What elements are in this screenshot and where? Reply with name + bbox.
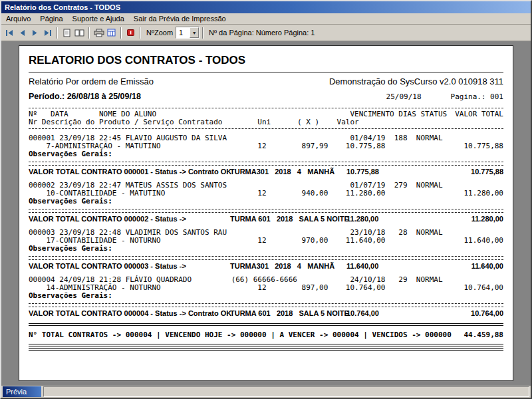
col-days: DIAS <box>398 110 416 118</box>
contract-total-right: 11.640,00 <box>471 262 503 271</box>
contract-total-row: VALOR TOTAL CONTRATO 000004 - Status -> … <box>29 309 503 318</box>
zoom-select[interactable]: 1 ▼ <box>176 27 200 39</box>
zoom-label: NºZoom <box>146 29 173 37</box>
installment-value: 10.764,00 <box>346 284 386 292</box>
page-info-label: Nº da Página: Número Página: 1 <box>209 29 315 37</box>
window-title: Relatório dos Contratos - TODOS <box>5 3 120 11</box>
summary-row: N° TOTAL CONTRATOS -> 000004 | VENCENDO … <box>29 331 503 339</box>
row-total: 11.640,00 <box>464 237 503 245</box>
period-label: Período.: 26/08/18 à 25/09/18 <box>29 92 141 101</box>
report-title: RELATORIO DOS CONTRATOS - TODOS <box>29 54 503 67</box>
col-nr: Nr <box>29 118 37 126</box>
print-button[interactable] <box>92 26 105 39</box>
dashed-divider <box>29 128 503 129</box>
single-page-button[interactable] <box>61 26 73 39</box>
observations-row: Observações Gerais: <box>29 150 503 158</box>
observations-row: Observações Gerais: <box>29 292 503 300</box>
contract-total-value: 11.640,00 <box>346 262 378 271</box>
dashed-divider <box>29 256 503 260</box>
order-label: Relatório Por ordem de Emissão <box>29 76 154 86</box>
first-page-icon <box>5 29 14 37</box>
report-page-number: Pagina.: 001 <box>451 92 503 101</box>
dashed-divider <box>29 209 503 213</box>
printer-icon <box>94 29 104 37</box>
valor-value: 970,00 <box>302 237 329 245</box>
menu-item-pagina[interactable]: Página <box>35 14 67 23</box>
class-info: TURMA 601 2018 SALA 5 NOITE <box>230 309 349 318</box>
two-pages-button[interactable] <box>73 26 86 39</box>
close-preview-button[interactable] <box>124 26 137 39</box>
contract-total-right: 11.280,00 <box>471 215 503 223</box>
toolbar-separator <box>140 27 141 39</box>
first-page-button[interactable] <box>3 26 16 39</box>
zoom-value: 1 <box>176 27 190 38</box>
close-preview-icon <box>126 29 135 37</box>
col-uni: Uni <box>257 118 271 126</box>
toolbar-separator <box>88 27 90 39</box>
row-total: 10.764,00 <box>464 284 503 292</box>
menu-item-arquivo[interactable]: Arquivo <box>1 14 35 23</box>
contract-total-row: VALOR TOTAL CONTRATO 000002 - Status -> … <box>29 215 503 223</box>
grid-icon <box>107 29 116 37</box>
contract-block: 000002 23/09/18 22:47 MATEUS ASSIS DOS S… <box>29 182 503 223</box>
preview-viewport[interactable]: RELATORIO DOS CONTRATOS - TODOS Relatóri… <box>1 41 531 386</box>
col-desc: Descrição do Produto / Serviço Contratad… <box>42 118 223 126</box>
chevron-down-icon[interactable]: ▼ <box>190 27 199 38</box>
toolbar-separator <box>120 27 122 39</box>
menu-item-sair-previa[interactable]: Sair da Prévia de Impressão <box>129 14 231 23</box>
horizontal-rule <box>29 72 503 72</box>
contract-block: 000004 24/09/18 21:28 FLÁVIO QUADRADO (6… <box>29 276 503 318</box>
status-value: NORMAL <box>416 182 443 190</box>
observations-label: Observações Gerais: <box>29 150 112 158</box>
contract-total-right: 10.764,00 <box>471 309 503 318</box>
observations-label: Observações Gerais: <box>29 292 112 300</box>
status-panel <box>43 386 529 397</box>
contract-block: 000001 23/09/18 22:45 FLAVIO AUGUSTO DA … <box>29 134 503 176</box>
summary-label: N° TOTAL CONTRATOS -> 000004 | VENCENDO … <box>29 331 452 339</box>
last-page-button[interactable] <box>41 26 54 39</box>
dashed-divider <box>29 303 503 307</box>
menu-item-suporte[interactable]: Suporte e Ajuda <box>68 14 129 23</box>
status-value: NORMAL <box>416 229 443 237</box>
menu-bar: Arquivo Página Suporte e Ajuda Sair da P… <box>1 13 531 25</box>
days-value: 279 <box>394 182 408 190</box>
class-info: TURMA 601 2018 SALA 5 NOITE <box>230 215 349 223</box>
col-x: ( X ) <box>297 118 319 126</box>
observations-row: Observações Gerais: <box>29 245 503 253</box>
contract-total-label: VALOR TOTAL CONTRATO 000001 - Status -> … <box>29 168 231 176</box>
installment-value: 11.280,00 <box>346 190 386 198</box>
row-total: 11.280,00 <box>464 190 503 198</box>
contract-total-label: VALOR TOTAL CONTRATO 000002 - Status -> <box>29 215 186 223</box>
uni-value: 12 <box>257 237 266 245</box>
contract-total-right: 10.775,88 <box>471 168 503 176</box>
report-date: 25/09/18 <box>386 92 422 101</box>
days-value: 28 <box>394 229 408 237</box>
dashed-divider <box>29 162 503 166</box>
dashed-divider <box>29 108 503 108</box>
col-status: STATUS <box>420 110 447 118</box>
grid-view-button[interactable] <box>105 26 118 39</box>
title-bar[interactable]: Relatório dos Contratos - TODOS <box>1 1 531 13</box>
next-page-button[interactable] <box>29 26 41 39</box>
period-row: Período.: 26/08/18 à 25/09/18 25/09/18 P… <box>29 92 503 101</box>
last-page-icon <box>43 29 52 37</box>
contract-total-value: 10.775,88 <box>346 168 379 176</box>
previous-page-button[interactable] <box>16 26 29 39</box>
demo-label: Demonstração do SysCurso v2.0 010918 311 <box>329 76 503 86</box>
days-value: 188 <box>394 134 408 142</box>
double-rule <box>29 348 503 351</box>
uni-value: 12 <box>257 142 266 150</box>
summary-total: 44.459,88 <box>464 331 503 339</box>
status-value: NORMAL <box>416 134 443 142</box>
valor-value: 897,99 <box>302 142 329 150</box>
contract-block: 000003 23/09/18 22:48 VLADIMIR DOS SANTO… <box>29 229 503 271</box>
status-badge: Prévia <box>3 386 41 397</box>
date-page-group: 25/09/18 Pagina.: 001 <box>386 92 503 101</box>
observations-label: Observações Gerais: <box>29 245 112 253</box>
double-rule <box>29 323 503 326</box>
app-window: Relatório dos Contratos - TODOS Arquivo … <box>0 0 532 399</box>
contract-total-label: VALOR TOTAL CONTRATO 000004 - Status -> … <box>29 309 231 318</box>
status-bar: Prévia <box>1 386 531 398</box>
installment-value: 11.640,00 <box>346 237 386 245</box>
double-rule <box>29 344 503 346</box>
